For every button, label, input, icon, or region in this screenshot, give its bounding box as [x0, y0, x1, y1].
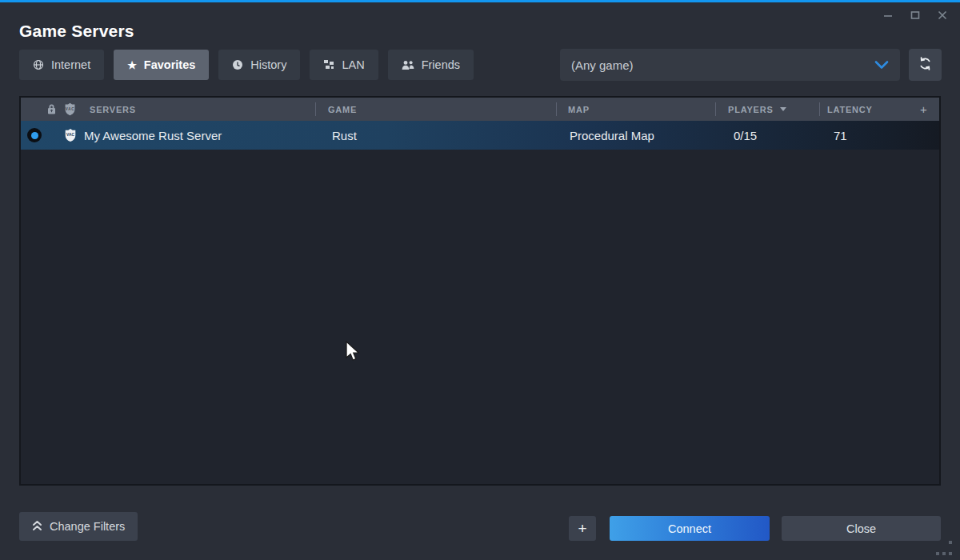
star-icon: ★ [127, 60, 137, 70]
game-filter-dropdown[interactable]: (Any game) [560, 49, 900, 81]
tab-label: LAN [342, 58, 364, 71]
maximize-button[interactable] [906, 7, 925, 23]
sort-descending-icon [780, 107, 786, 111]
column-separator [819, 102, 820, 116]
server-game: Rust [332, 121, 357, 150]
change-filters-label: Change Filters [50, 520, 125, 533]
friends-icon [402, 60, 414, 70]
add-column-button[interactable]: + [920, 98, 928, 121]
resize-grip[interactable] [934, 541, 952, 555]
column-header-servers[interactable]: SERVERS [90, 98, 136, 121]
svg-text:VAC: VAC [66, 107, 74, 111]
globe-icon [33, 59, 44, 70]
game-filter-value: (Any game) [571, 58, 634, 72]
column-header-latency[interactable]: LATENCY [827, 98, 873, 121]
lock-icon [46, 98, 57, 121]
server-latency: 71 [834, 121, 847, 150]
server-table: VAC SERVERS GAME MAP PLAYERS LATENCY [19, 96, 941, 486]
selected-indicator-icon [27, 128, 42, 142]
column-separator [556, 102, 557, 116]
chevron-down-icon [874, 58, 889, 72]
server-map: Procedural Map [570, 121, 654, 150]
game-servers-window: Game Servers Internet ★ Favorites Histor… [0, 0, 960, 560]
close-window-button[interactable] [933, 7, 952, 23]
vac-shield-icon: VAC [63, 98, 77, 121]
server-source-tabs: Internet ★ Favorites History LAN [19, 50, 474, 80]
server-row-selected[interactable]: VAC My Awesome Rust Server Rust Procedur… [21, 121, 939, 150]
column-separator [315, 102, 316, 116]
tab-lan[interactable]: LAN [310, 50, 378, 80]
svg-text:VAC: VAC [66, 133, 74, 137]
close-label: Close [846, 522, 876, 535]
window-controls [878, 7, 952, 23]
column-header-game[interactable]: GAME [328, 98, 357, 121]
refresh-button[interactable] [909, 49, 942, 81]
tab-favorites[interactable]: ★ Favorites [114, 50, 209, 80]
tab-label: Favorites [144, 58, 195, 71]
close-button[interactable]: Close [782, 516, 941, 541]
connect-label: Connect [668, 522, 711, 535]
double-chevron-up-icon [32, 520, 42, 534]
column-header-players[interactable]: PLAYERS [728, 98, 786, 121]
tab-label: Friends [422, 58, 460, 71]
tab-history[interactable]: History [218, 50, 300, 80]
server-table-header: VAC SERVERS GAME MAP PLAYERS LATENCY [21, 98, 939, 121]
column-header-map[interactable]: MAP [568, 98, 590, 121]
server-players: 0/15 [734, 121, 757, 150]
clock-icon [232, 59, 243, 70]
minimize-button[interactable] [878, 7, 898, 23]
server-name: My Awesome Rust Server [84, 121, 222, 150]
column-separator [715, 102, 716, 116]
plus-icon: + [578, 520, 586, 538]
vac-shield-icon: VAC [63, 121, 78, 150]
connect-button[interactable]: Connect [610, 516, 770, 541]
tab-label: Internet [51, 58, 90, 71]
lan-icon [323, 59, 334, 70]
refresh-icon [918, 57, 932, 74]
tab-internet[interactable]: Internet [19, 50, 104, 80]
add-server-button[interactable]: + [569, 516, 596, 541]
tab-label: History [250, 58, 286, 71]
tab-friends[interactable]: Friends [388, 50, 474, 80]
page-title: Game Servers [19, 22, 134, 41]
change-filters-button[interactable]: Change Filters [19, 512, 138, 541]
